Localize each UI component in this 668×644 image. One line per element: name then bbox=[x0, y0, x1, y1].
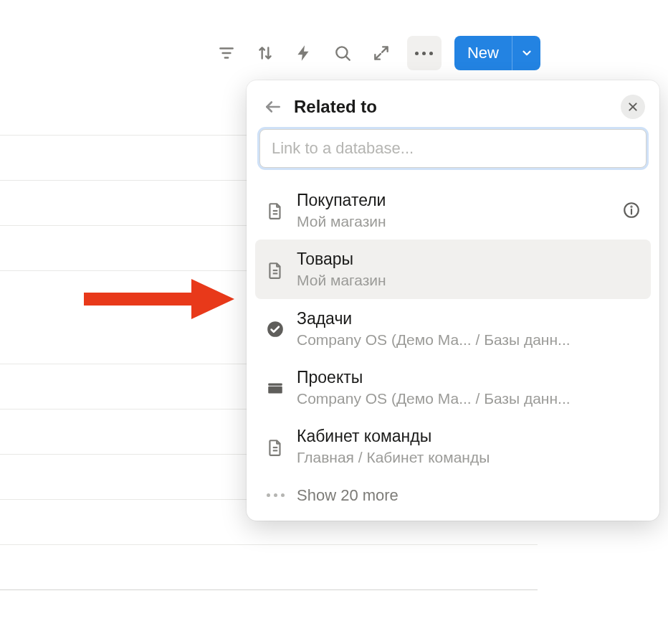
sort-icon[interactable] bbox=[252, 40, 278, 66]
filter-icon[interactable] bbox=[214, 40, 239, 66]
svg-rect-18 bbox=[268, 384, 282, 386]
info-icon[interactable] bbox=[622, 201, 641, 219]
new-dropdown-button[interactable] bbox=[512, 36, 540, 70]
more-options-button[interactable] bbox=[407, 36, 442, 70]
database-option-title: Кабинет команды bbox=[297, 425, 641, 448]
folder-icon bbox=[265, 378, 285, 398]
database-list: Покупатели Мой магазин Товары Мой магази… bbox=[255, 175, 651, 515]
database-option-title: Товары bbox=[297, 248, 641, 270]
database-option-subtitle: Мой магазин bbox=[297, 212, 611, 231]
page-icon bbox=[265, 201, 285, 221]
new-button[interactable]: New bbox=[454, 36, 512, 70]
related-to-popover: Related to Покупатели Мой магазин Товары… bbox=[247, 80, 659, 521]
database-option-team-room[interactable]: Кабинет команды Главная / Кабинет команд… bbox=[255, 417, 651, 475]
ellipsis-icon bbox=[265, 493, 285, 497]
svg-rect-19 bbox=[268, 387, 282, 394]
database-option-subtitle: Company OS (Демо Ма... / Базы данн... bbox=[297, 389, 641, 408]
search-icon[interactable] bbox=[330, 40, 356, 66]
database-option-tasks[interactable]: Задачи Company OS (Демо Ма... / Базы дан… bbox=[255, 299, 651, 358]
page-icon bbox=[265, 437, 285, 458]
database-option-subtitle: Мой магазин bbox=[297, 270, 641, 290]
svg-point-14 bbox=[631, 207, 631, 207]
bolt-icon[interactable] bbox=[291, 40, 317, 66]
database-search-input[interactable] bbox=[259, 129, 646, 168]
database-option-buyers[interactable]: Покупатели Мой магазин bbox=[255, 181, 651, 240]
database-option-title: Проекты bbox=[297, 366, 641, 389]
popover-title: Related to bbox=[294, 97, 621, 117]
popover-header: Related to bbox=[255, 87, 651, 129]
database-option-subtitle: Company OS (Демо Ма... / Базы данн... bbox=[297, 330, 641, 349]
svg-line-4 bbox=[345, 56, 349, 60]
show-more-label: Show 20 more bbox=[297, 486, 399, 505]
check-circle-icon bbox=[265, 319, 285, 339]
new-button-group: New bbox=[454, 36, 540, 70]
table-row bbox=[0, 545, 538, 590]
database-option-products[interactable]: Товары Мой магазин bbox=[255, 240, 651, 298]
view-toolbar: New bbox=[214, 36, 540, 70]
database-option-projects[interactable]: Проекты Company OS (Демо Ма... / Базы да… bbox=[255, 358, 651, 417]
close-button[interactable] bbox=[621, 95, 645, 119]
database-option-subtitle: Главная / Кабинет команды bbox=[297, 448, 641, 467]
database-option-title: Покупатели bbox=[297, 189, 611, 212]
back-button[interactable] bbox=[261, 95, 285, 119]
expand-icon[interactable] bbox=[368, 40, 394, 66]
database-option-title: Задачи bbox=[297, 308, 641, 330]
show-more-button[interactable]: Show 20 more bbox=[255, 476, 651, 515]
page-icon bbox=[265, 260, 285, 280]
